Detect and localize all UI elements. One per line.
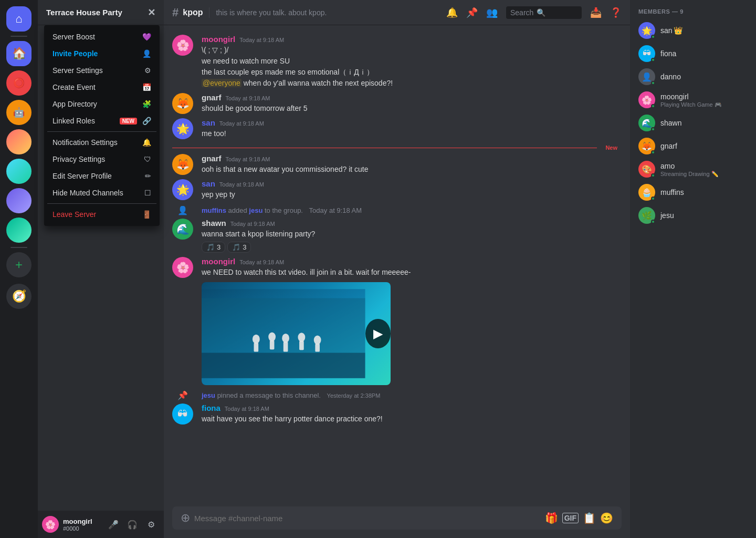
gift-icon[interactable]: 🎁 <box>545 512 558 524</box>
message-header: gnarf Today at 9:18 AM <box>202 154 622 163</box>
shield-icon: 🛡 <box>144 155 151 163</box>
ctx-privacy-settings[interactable]: Privacy Settings 🛡 <box>47 151 156 168</box>
message-time: Today at 9:18 AM <box>239 37 284 43</box>
ctx-app-directory[interactable]: App Directory 🧩 <box>47 96 156 112</box>
ctx-server-settings[interactable]: Server Settings ⚙ <box>47 62 156 79</box>
server-icon-6[interactable] <box>6 188 32 213</box>
reaction-item[interactable]: 🎵 3 <box>202 242 225 253</box>
pin-icon: 📌 <box>172 390 193 400</box>
message-author: san <box>202 118 215 127</box>
message-group: 🌟 san Today at 9:18 AM yep yep ty <box>164 178 630 201</box>
video-play-button[interactable]: ▶ <box>365 319 391 348</box>
ctx-settings-label: Server Settings <box>52 66 103 75</box>
message-text: yep yep ty <box>202 189 622 200</box>
server-icon-2[interactable]: ⭕ <box>6 70 32 96</box>
member-avatar-wrap: 🎨 <box>638 161 655 178</box>
member-item-san[interactable]: 🌟 san 👑 <box>634 19 752 42</box>
discover-servers-button[interactable]: 🧭 <box>6 284 32 309</box>
add-server-button[interactable]: + <box>6 252 32 277</box>
user-settings-button[interactable]: ⚙ <box>143 516 160 533</box>
member-status: Streaming Drawing ✏️ <box>660 171 719 178</box>
header-icons: 🔔 📌 👥 Search 🔍 📥 ❓ <box>446 6 622 19</box>
ctx-divider-1 <box>47 131 156 132</box>
server-icon-7[interactable] <box>6 218 32 243</box>
avatar: 🌟 <box>172 179 193 200</box>
member-item-shawn[interactable]: 🌊 shawn <box>634 111 752 134</box>
member-item-muffins[interactable]: 🧁 muffins <box>634 181 752 204</box>
new-divider-line <box>172 148 597 148</box>
avatar: 🕶 <box>172 404 193 425</box>
message-author: gnarf <box>202 93 222 102</box>
message-group: 🕶 fiona Today at 9:18 AM wait have you s… <box>164 402 630 426</box>
svg-rect-6 <box>270 340 275 349</box>
channel-hash-icon: # <box>172 6 178 19</box>
messages-area: 🌸 moongirl Today at 9:18 AM \( ; ▽ ; )/ … <box>164 25 630 506</box>
message-input[interactable] <box>194 514 541 523</box>
server-icon-5[interactable] <box>6 159 32 184</box>
member-item-moongirl[interactable]: 🌸 moongirl Playing Witch Game 🎮 <box>634 88 752 111</box>
reaction-count: 3 <box>243 243 246 251</box>
deafen-button[interactable]: 🎧 <box>124 516 141 533</box>
reaction-item[interactable]: 🎵 3 <box>227 242 251 253</box>
notifications-icon[interactable]: 🔔 <box>446 7 458 18</box>
ctx-linked-roles[interactable]: Linked Roles NEW 🔗 <box>47 112 156 129</box>
ctx-privacy-label: Privacy Settings <box>52 155 105 163</box>
ctx-leave-label: Leave Server <box>52 210 96 219</box>
gif-icon[interactable]: GIF <box>562 513 579 523</box>
inbox-icon[interactable]: 📥 <box>590 7 602 18</box>
status-dot <box>651 35 655 39</box>
svg-rect-1 <box>202 353 365 378</box>
server-header[interactable]: Terrace House Party ✕ <box>38 0 164 25</box>
message-author: san <box>202 179 215 188</box>
message-header: shawn Today at 9:18 AM <box>202 219 622 227</box>
member-item-fiona[interactable]: 🕶 fiona <box>634 42 752 65</box>
mute-microphone-button[interactable]: 🎤 <box>105 516 122 533</box>
boost-icon: 💜 <box>142 33 151 41</box>
svg-rect-10 <box>299 341 304 350</box>
system-actor: muffins <box>202 206 226 214</box>
member-name: san <box>660 26 673 35</box>
message-group: 🌸 moongirl Today at 9:18 AM \( ; ▽ ; )/ … <box>164 34 630 90</box>
add-attachment-button[interactable]: ⊕ <box>181 511 190 525</box>
member-avatar-wrap: 👤 <box>638 68 655 85</box>
members-list-toggle-icon[interactable]: 👥 <box>486 7 498 18</box>
server-divider <box>10 36 27 37</box>
help-icon[interactable]: ❓ <box>610 7 622 18</box>
message-text: wanna start a kpop listening party? <box>202 229 622 240</box>
server-icon-3[interactable]: 🤖 <box>6 100 32 125</box>
pinned-messages-icon[interactable]: 📌 <box>466 7 478 18</box>
member-name-row: san 👑 <box>660 26 682 35</box>
search-bar[interactable]: Search 🔍 <box>506 6 582 19</box>
avatar: 🌸 <box>172 35 193 56</box>
ctx-invite-people[interactable]: Invite People 👤 <box>47 45 156 62</box>
system-icon: 👤 <box>172 205 193 215</box>
emoji-icon[interactable]: 😊 <box>600 512 613 524</box>
svg-point-5 <box>268 332 276 341</box>
ctx-leave-server[interactable]: Leave Server 🚪 <box>47 206 156 223</box>
message-header: moongirl Today at 9:18 AM <box>202 257 622 266</box>
message-author: fiona <box>202 404 220 412</box>
server-icon-4[interactable] <box>6 129 32 154</box>
app-dir-icon: 🧩 <box>142 100 151 108</box>
message-content: san Today at 9:18 AM me too! <box>202 118 622 139</box>
member-avatar-wrap: 🧁 <box>638 184 655 201</box>
sticker-icon[interactable]: 📋 <box>583 512 596 524</box>
avatar: 🌟 <box>172 118 193 139</box>
message-text: should be good tomorrow after 5 <box>202 103 622 114</box>
ctx-notification-settings[interactable]: Notification Settings 🔔 <box>47 134 156 151</box>
ctx-server-boost[interactable]: Server Boost 💜 <box>47 28 156 45</box>
svg-point-11 <box>314 335 321 344</box>
member-item-jesu[interactable]: 🌿 jesu <box>634 204 752 227</box>
discord-home-icon[interactable]: ⌂ <box>6 6 32 32</box>
message-text: ooh is that a new avatar you commissione… <box>202 164 622 175</box>
server-icon-terrace[interactable]: 🏠 <box>6 41 32 66</box>
member-item-amo[interactable]: 🎨 amo Streaming Drawing ✏️ <box>634 158 752 181</box>
member-item-danno[interactable]: 👤 danno <box>634 65 752 88</box>
ctx-hide-muted-channels[interactable]: Hide Muted Channels ☐ <box>47 184 156 201</box>
member-item-gnarf[interactable]: 🦊 gnarf <box>634 134 752 158</box>
svg-rect-8 <box>284 342 288 352</box>
ctx-edit-server-profile[interactable]: Edit Server Profile ✏ <box>47 168 156 184</box>
ctx-edit-profile-label: Edit Server Profile <box>52 172 112 180</box>
system-text: muffins added jesu to the group. Today a… <box>202 206 362 214</box>
ctx-create-event[interactable]: Create Event 📅 <box>47 79 156 96</box>
